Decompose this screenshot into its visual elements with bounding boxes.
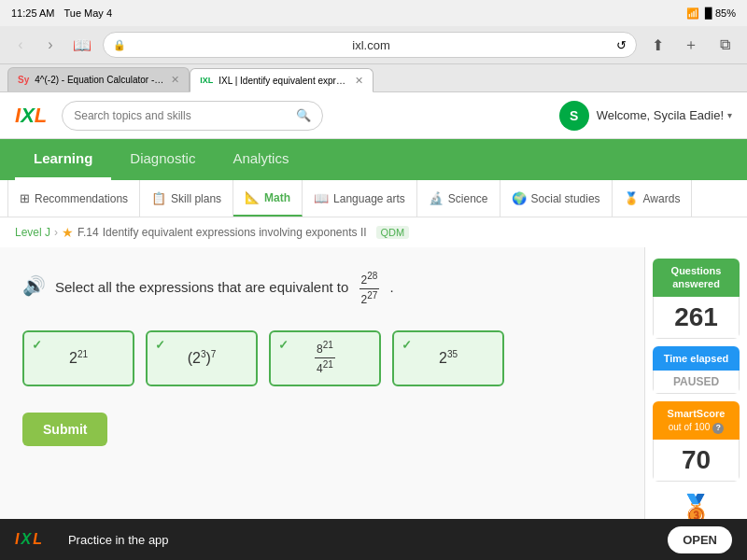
breadcrumb-skill-code: F.14 bbox=[78, 226, 99, 239]
audio-button[interactable]: 🔊 bbox=[22, 272, 46, 300]
sub-nav-skillplans[interactable]: 📋 Skill plans bbox=[140, 180, 233, 217]
check-a: ✓ bbox=[32, 338, 42, 352]
submit-button[interactable]: Submit bbox=[22, 413, 107, 446]
time-elapsed-status: PAUSED bbox=[653, 371, 740, 394]
tab-close-1[interactable]: ✕ bbox=[171, 74, 179, 86]
time-elapsed-card: Time elapsed PAUSED bbox=[653, 346, 740, 394]
choice-c-denominator: 421 bbox=[315, 358, 335, 377]
sub-nav-languagearts[interactable]: 📖 Language arts bbox=[303, 180, 417, 217]
share-button[interactable]: ⬆ bbox=[644, 32, 670, 58]
tab-title-2: IXL | Identify equivalent expressions in… bbox=[218, 76, 349, 86]
search-box[interactable]: 🔍 bbox=[62, 101, 323, 131]
answer-choice-b[interactable]: ✓ (23)7 bbox=[146, 330, 258, 386]
sub-nav-math[interactable]: 📐 Math bbox=[233, 180, 303, 217]
question-fraction: 228 227 bbox=[359, 270, 380, 308]
nav-tab-analytics[interactable]: Analytics bbox=[214, 139, 307, 180]
languagearts-icon: 📖 bbox=[314, 191, 329, 205]
questions-answered-header: Questions answered bbox=[653, 259, 740, 297]
awards-icon: 🏅 bbox=[624, 191, 639, 205]
breadcrumb-skill-title: Identify equivalent expressions involvin… bbox=[103, 226, 367, 239]
answer-choices: ✓ 221 ✓ (23)7 ✓ 821 421 ✓ 235 bbox=[22, 330, 622, 386]
answer-choice-a[interactable]: ✓ 221 bbox=[22, 330, 134, 386]
math-icon: 📐 bbox=[245, 190, 260, 204]
bottom-text: Practice in the app bbox=[68, 533, 656, 547]
questions-answered-card: Questions answered 261 bbox=[653, 259, 740, 339]
browser-tab-ixl[interactable]: IXL IXL | Identify equivalent expression… bbox=[190, 68, 374, 92]
recommendations-icon: ⊞ bbox=[20, 191, 30, 205]
question-area: 🔊 Select all the expressions that are eq… bbox=[0, 247, 644, 542]
tab-close-2[interactable]: ✕ bbox=[355, 75, 363, 87]
battery-indicator: ▉ 85% bbox=[705, 7, 736, 20]
forward-button[interactable]: › bbox=[39, 34, 62, 56]
sub-nav-socialstudies[interactable]: 🌍 Social studies bbox=[500, 180, 613, 217]
choice-c-numerator: 821 bbox=[315, 339, 335, 358]
fraction-numerator: 228 bbox=[359, 270, 380, 289]
tab-favicon-1: Sy bbox=[18, 75, 29, 85]
breadcrumb-star[interactable]: ★ bbox=[62, 225, 74, 240]
questions-answered-value: 261 bbox=[653, 297, 740, 339]
smart-score-header: SmartScore out of 100 ? bbox=[653, 401, 740, 440]
breadcrumb: Level J › ★ F.14 Identify equivalent exp… bbox=[0, 217, 747, 247]
status-bar: 11:25 AM Tue May 4 📶 ▉ 85% bbox=[0, 0, 747, 26]
bottom-logo-i: I bbox=[15, 531, 19, 548]
choice-c-fraction: 821 421 bbox=[315, 339, 335, 377]
nav-tabs: Learning Diagnostic Analytics bbox=[0, 139, 747, 180]
wifi-icon: 📶 bbox=[686, 7, 699, 20]
nav-tab-learning[interactable]: Learning bbox=[15, 139, 111, 180]
fraction-denominator: 227 bbox=[359, 289, 380, 308]
answer-choice-c[interactable]: ✓ 821 421 bbox=[269, 330, 381, 386]
avatar: S bbox=[559, 101, 589, 131]
reload-icon[interactable]: ↺ bbox=[616, 38, 627, 52]
ixl-logo: I X L bbox=[15, 104, 47, 128]
url-text: ixl.com bbox=[132, 38, 611, 52]
tabs-button[interactable]: ⧉ bbox=[712, 32, 738, 58]
choice-d-expression: 235 bbox=[439, 349, 458, 367]
address-bar[interactable]: 🔒 ixl.com ↺ bbox=[103, 32, 637, 58]
browser-tab-symbolab[interactable]: Sy 4^(-2) - Equation Calculator - Symbol… bbox=[7, 67, 190, 91]
app-header: I X L 🔍 S Welcome, Sycila Eadie! ▾ bbox=[0, 92, 747, 139]
smartscore-help-icon[interactable]: ? bbox=[712, 423, 724, 434]
back-button[interactable]: ‹ bbox=[9, 34, 32, 56]
search-input[interactable] bbox=[74, 109, 289, 122]
question-text-container: 🔊 Select all the expressions that are eq… bbox=[22, 270, 622, 308]
smart-score-card: SmartScore out of 100 ? 70 bbox=[653, 401, 740, 482]
header-right: S Welcome, Sycila Eadie! ▾ bbox=[559, 101, 732, 131]
question-text: Select all the expressions that are equi… bbox=[55, 270, 394, 308]
check-d: ✓ bbox=[402, 338, 412, 352]
status-time: 11:25 AM bbox=[11, 7, 54, 19]
browser-chrome: ‹ › 📖 🔒 ixl.com ↺ ⬆ ＋ ⧉ bbox=[0, 26, 747, 64]
skillplans-icon: 📋 bbox=[151, 191, 166, 205]
tab-title-1: 4^(-2) - Equation Calculator - Symbolab bbox=[35, 75, 165, 85]
open-app-button[interactable]: OPEN bbox=[668, 526, 732, 553]
browser-tabs: Sy 4^(-2) - Equation Calculator - Symbol… bbox=[0, 64, 747, 92]
nav-tab-diagnostic[interactable]: Diagnostic bbox=[111, 139, 214, 180]
add-tab-button[interactable]: ＋ bbox=[678, 32, 704, 58]
chevron-down-icon[interactable]: ▾ bbox=[727, 110, 732, 120]
smart-score-value: 70 bbox=[653, 440, 740, 482]
breadcrumb-level[interactable]: Level J bbox=[15, 226, 50, 239]
browser-actions: ⬆ ＋ ⧉ bbox=[644, 32, 738, 58]
choice-b-expression: (23)7 bbox=[188, 349, 217, 367]
reader-button[interactable]: 📖 bbox=[69, 34, 95, 56]
breadcrumb-separator-1: › bbox=[54, 226, 58, 239]
bottom-logo-l: L bbox=[33, 531, 42, 548]
sub-nav: ⊞ Recommendations 📋 Skill plans 📐 Math 📖… bbox=[0, 180, 747, 217]
bottom-logo: I X L bbox=[15, 531, 42, 548]
tab-favicon-2: IXL bbox=[200, 76, 213, 85]
socialstudies-icon: 🌍 bbox=[512, 191, 527, 205]
check-c: ✓ bbox=[278, 338, 289, 352]
sub-nav-science[interactable]: 🔬 Science bbox=[417, 180, 500, 217]
time-elapsed-header: Time elapsed bbox=[653, 346, 740, 371]
sub-nav-recommendations[interactable]: ⊞ Recommendations bbox=[7, 180, 140, 217]
science-icon: 🔬 bbox=[429, 191, 444, 205]
answer-choice-d[interactable]: ✓ 235 bbox=[392, 330, 504, 386]
search-icon: 🔍 bbox=[296, 108, 311, 122]
logo-letter-x: X bbox=[21, 104, 35, 128]
bottom-logo-x: X bbox=[21, 531, 31, 548]
sub-nav-awards[interactable]: 🏅 Awards bbox=[613, 180, 693, 217]
user-greeting: Welcome, Sycila Eadie! ▾ bbox=[597, 108, 732, 122]
main-content: 🔊 Select all the expressions that are eq… bbox=[0, 247, 747, 542]
logo-letter-l: L bbox=[35, 104, 47, 128]
check-b: ✓ bbox=[155, 338, 165, 352]
bottom-bar: I X L Practice in the app OPEN bbox=[0, 519, 747, 560]
